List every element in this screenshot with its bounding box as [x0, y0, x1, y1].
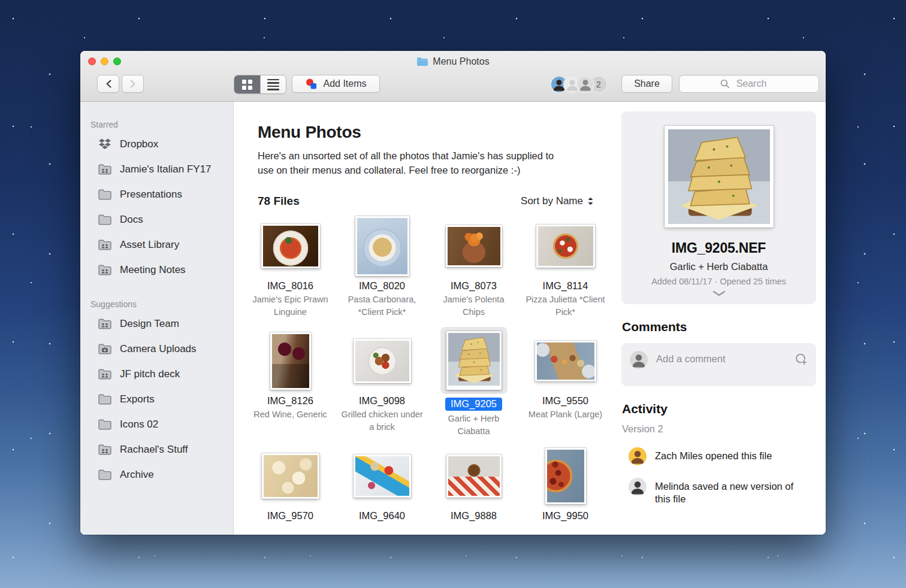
sidebar-item-meeting-notes[interactable]: Meeting Notes: [80, 257, 233, 283]
avatar[interactable]: [576, 75, 594, 93]
shared-folder-icon: [98, 163, 112, 175]
file-card[interactable]: IMG_8016 Jamie's Epic Prawn Linguine: [244, 216, 336, 331]
file-thumbnail: [354, 454, 411, 498]
file-caption: Jamie's Polenta Chips: [431, 293, 517, 318]
file-caption: Meat Plank (Large): [523, 408, 608, 421]
details-panel: IMG_9205.NEF Garlic + Herb Ciabatta Adde…: [612, 102, 826, 535]
shared-folder-icon: [98, 444, 112, 456]
main-panel: Menu Photos Here's an unsorted set of al…: [234, 102, 612, 535]
sidebar-item-dropbox[interactable]: Dropbox: [80, 132, 233, 157]
sidebar-section-starred: Starred: [90, 120, 233, 129]
sort-arrows-icon: [587, 197, 594, 205]
sidebar-item-asset-library[interactable]: Asset Library: [80, 232, 233, 257]
shared-folder-icon: [98, 264, 112, 276]
file-caption: Jamie's Epic Prawn Linguine: [248, 293, 333, 318]
file-name: IMG_9640: [359, 510, 405, 522]
file-thumbnail: [270, 332, 311, 390]
search-input[interactable]: [679, 75, 819, 93]
mention-add-icon[interactable]: [795, 353, 808, 366]
add-items-button[interactable]: Add Items: [292, 75, 380, 93]
folder-icon: [416, 57, 428, 66]
file-name: IMG_8020: [359, 280, 405, 292]
file-caption: Garlic + Herb Ciabatta: [431, 413, 517, 437]
file-name: IMG_8114: [543, 280, 588, 292]
comment-input[interactable]: Add a comment: [621, 343, 816, 386]
detail-filename: IMG_9205.NEF: [672, 240, 766, 256]
sidebar-item-label: Design Team: [120, 318, 179, 330]
folder-icon: [98, 469, 112, 481]
file-card[interactable]: IMG_8114 Pizza Julietta *Client Pick*: [520, 216, 611, 331]
folder-icon: [98, 189, 112, 201]
file-card[interactable]: IMG_9570: [244, 445, 336, 535]
grid-view-button[interactable]: [234, 75, 260, 93]
file-caption: Red Wine, Generic: [248, 408, 333, 421]
file-thumbnail: [446, 331, 502, 390]
activity-heading: Activity: [622, 402, 826, 416]
person-icon: [578, 77, 593, 92]
file-card[interactable]: IMG_8020 Pasta Carbonara, *Client Pick*: [336, 216, 428, 331]
file-name: IMG_9950: [542, 510, 588, 522]
file-thumbnail: [354, 339, 411, 383]
add-items-icon: [305, 78, 318, 90]
file-caption: Pizza Julietta *Client Pick*: [523, 293, 608, 318]
preview-image: [665, 126, 774, 228]
file-card-selected[interactable]: IMG_9205 Garlic + Herb Ciabatta: [428, 331, 520, 445]
file-card[interactable]: IMG_8126 Red Wine, Generic: [244, 331, 336, 445]
sidebar-item-camera-uploads[interactable]: Camera Uploads: [80, 337, 233, 362]
file-card[interactable]: IMG_9550 Meat Plank (Large): [520, 331, 611, 445]
file-card[interactable]: IMG_9640: [336, 445, 428, 535]
sidebar-item-archive[interactable]: Archive: [80, 462, 233, 487]
share-label: Share: [634, 78, 660, 89]
toolbar: Add Items 2 Share: [80, 72, 826, 102]
sidebar-item-icons-02[interactable]: Icons 02: [80, 412, 233, 437]
activity-text: Melinda saved a new version of this file: [655, 480, 799, 505]
version-label: Version 2: [622, 423, 826, 435]
sidebar-item-label: Asset Library: [120, 239, 179, 251]
file-name: IMG_9550: [542, 395, 588, 407]
shared-folder-icon: [98, 318, 112, 330]
person-icon: [629, 447, 647, 465]
file-card[interactable]: IMG_9098 Grilled chicken under a brick: [336, 331, 428, 445]
sidebar-item-jamies-italian[interactable]: Jamie's Italian FY17: [80, 157, 233, 182]
sidebar-item-docs[interactable]: Docs: [80, 207, 233, 232]
sidebar-item-jf-pitch-deck[interactable]: JF pitch deck: [80, 362, 233, 387]
comments-heading: Comments: [622, 320, 826, 334]
comment-placeholder: Add a comment: [656, 353, 726, 365]
person-icon: [629, 478, 647, 496]
file-name: IMG_9098: [359, 395, 405, 407]
comment-avatar: [630, 351, 648, 369]
folder-icon: [98, 214, 112, 226]
detail-subtitle: Garlic + Herb Ciabatta: [670, 261, 768, 272]
share-button[interactable]: Share: [621, 75, 672, 93]
file-card[interactable]: IMG_9888: [428, 445, 520, 535]
file-card[interactable]: IMG_9950: [520, 445, 611, 535]
sidebar-item-rachaels-stuff[interactable]: Rachael's Stuff: [80, 437, 233, 462]
sidebar-item-exports[interactable]: Exports: [80, 387, 233, 412]
file-thumbnail: [262, 453, 319, 499]
file-thumbnail: [355, 216, 409, 276]
sidebar-section-suggestions: Suggestions: [90, 299, 233, 309]
page-title: Menu Photos: [258, 123, 612, 142]
preview-card: IMG_9205.NEF Garlic + Herb Ciabatta Adde…: [621, 111, 816, 304]
activity-item: Zach Miles opened this file: [629, 447, 816, 465]
avatar-stack: 2: [550, 75, 608, 93]
sidebar-item-presentations[interactable]: Presentations: [80, 182, 233, 207]
folder-icon: [98, 419, 112, 431]
activity-avatar: [629, 478, 647, 496]
sidebar-item-design-team[interactable]: Design Team: [80, 311, 233, 337]
forward-button[interactable]: [122, 75, 144, 93]
back-button[interactable]: [97, 75, 119, 93]
shared-folder-icon: [98, 239, 112, 251]
camera-folder-icon: [98, 343, 112, 355]
sidebar-item-label: Meeting Notes: [120, 264, 186, 276]
list-view-button[interactable]: [260, 75, 286, 93]
file-caption: Grilled chicken under a brick: [340, 408, 425, 433]
activity-avatar: [629, 447, 647, 465]
view-toggle: [234, 75, 286, 94]
add-items-label: Add Items: [323, 78, 366, 89]
expand-chevron-icon[interactable]: [712, 290, 726, 296]
file-caption: Pasta Carbonara, *Client Pick*: [340, 293, 425, 318]
file-name: IMG_8016: [267, 280, 313, 292]
sort-button[interactable]: Sort by Name: [521, 195, 594, 207]
file-card[interactable]: IMG_8073 Jamie's Polenta Chips: [428, 216, 520, 331]
